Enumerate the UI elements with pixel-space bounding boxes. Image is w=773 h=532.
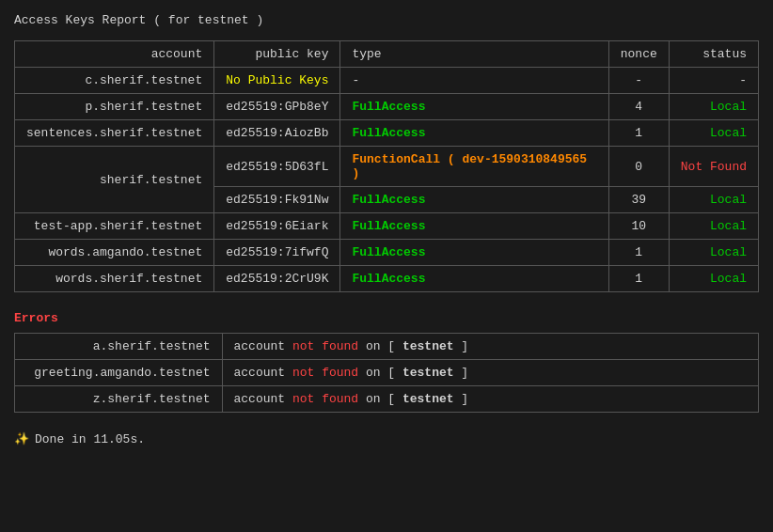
cell-type: FullAccess [340,187,608,213]
table-row: words.sherif.testnet ed25519:2CrU9K Full… [15,266,758,292]
table-row: c.sherif.testnet No Public Keys - - - [15,68,758,94]
sparkle-icon: ✨ [14,431,29,446]
cell-status: Local [669,240,758,266]
cell-nonce: - [608,68,669,94]
cell-nonce: 1 [608,240,669,266]
cell-status: Local [669,213,758,240]
cell-nonce: 39 [608,187,669,213]
cell-pubkey: ed25519:7ifwfQ [214,240,340,266]
cell-type: FunctionCall ( dev-1590310849565 ) [340,147,608,187]
error-row: greeting.amgando.testnet account not fou… [15,360,758,386]
error-row: a.sherif.testnet account not found on [ … [15,334,758,360]
cell-pubkey: No Public Keys [214,68,340,94]
cell-pubkey: ed25519:AiozBb [214,120,340,147]
errors-table: a.sherif.testnet account not found on [ … [15,334,758,412]
cell-pubkey: ed25519:GPb8eY [214,94,340,120]
col-header-account: account [15,41,214,68]
cell-type: - [340,68,608,94]
table-header-row: account public key type nonce status [15,41,758,68]
cell-type: FullAccess [340,240,608,266]
table-row: words.amgando.testnet ed25519:7ifwfQ Ful… [15,240,758,266]
page-title: Access Keys Report ( for testnet ) [14,9,759,27]
cell-status: Local [669,187,758,213]
cell-nonce: 1 [608,266,669,292]
errors-table-wrapper: a.sherif.testnet account not found on [ … [14,333,759,413]
cell-status: Local [669,120,758,147]
cell-account: test-app.sherif.testnet [15,213,214,240]
done-text: Done in 11.05s. [35,432,145,446]
error-message: account not found on [ testnet ] [222,386,758,413]
footer: ✨ Done in 11.05s. [14,431,759,446]
table-row: test-app.sherif.testnet ed25519:6Eiark F… [15,213,758,240]
error-account: a.sherif.testnet [15,334,222,360]
error-row: z.sherif.testnet account not found on [ … [15,386,758,413]
cell-status: Local [669,266,758,292]
cell-account: words.sherif.testnet [15,266,214,292]
cell-nonce: 4 [608,94,669,120]
cell-status: - [669,68,758,94]
cell-account: sentences.sherif.testnet [15,120,214,147]
col-header-nonce: nonce [608,41,669,68]
col-header-status: status [669,41,758,68]
errors-section: Errors a.sherif.testnet account not foun… [14,311,759,413]
error-account: greeting.amgando.testnet [15,360,222,386]
cell-pubkey: ed25519:2CrU9K [214,266,340,292]
cell-type: FullAccess [340,94,608,120]
cell-account: sherif.testnet [15,147,214,213]
cell-pubkey: ed25519:6Eiark [214,213,340,240]
cell-pubkey: ed25519:5D63fL [214,147,340,187]
table-row: p.sherif.testnet ed25519:GPb8eY FullAcce… [15,94,758,120]
error-message: account not found on [ testnet ] [222,334,758,360]
cell-type: FullAccess [340,213,608,240]
table-row: sentences.sherif.testnet ed25519:AiozBb … [15,120,758,147]
cell-nonce: 10 [608,213,669,240]
error-message: account not found on [ testnet ] [222,360,758,386]
cell-account: c.sherif.testnet [15,68,214,94]
cell-pubkey: ed25519:Fk91Nw [214,187,340,213]
cell-account: words.amgando.testnet [15,240,214,266]
cell-account: p.sherif.testnet [15,94,214,120]
col-header-public-key: public key [214,41,340,68]
cell-status: Not Found [669,147,758,187]
cell-nonce: 1 [608,120,669,147]
col-header-type: type [340,41,608,68]
cell-status: Local [669,94,758,120]
errors-title: Errors [14,311,759,325]
main-table-wrapper: account public key type nonce status c.s… [14,40,759,292]
table-row: sherif.testnet ed25519:5D63fL FunctionCa… [15,147,758,187]
cell-nonce: 0 [608,147,669,187]
error-account: z.sherif.testnet [15,386,222,413]
cell-type: FullAccess [340,120,608,147]
access-keys-table: account public key type nonce status c.s… [15,41,758,291]
cell-type: FullAccess [340,266,608,292]
